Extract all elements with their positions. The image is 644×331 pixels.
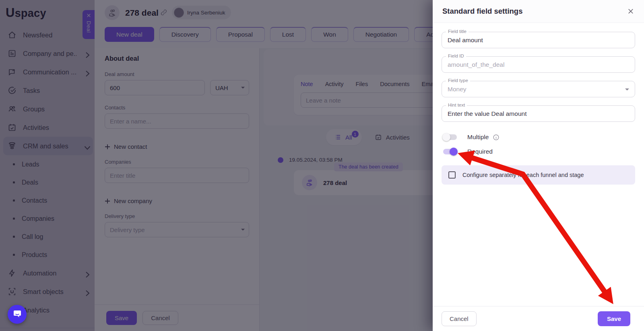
multiple-toggle[interactable] <box>442 132 458 142</box>
hint-text-label: Hint text <box>446 103 467 107</box>
info-icon[interactable] <box>493 134 500 141</box>
panel-body: Field title Deal amount Field ID amount_… <box>433 23 644 306</box>
hint-text-value: Enter the value Deal amount <box>448 110 526 117</box>
panel-header: Standard field settings <box>433 0 644 23</box>
field-title-input[interactable]: Field title Deal amount <box>442 32 635 48</box>
field-title-label: Field title <box>446 29 469 34</box>
hint-text-input[interactable]: Hint text Enter the value Deal amount <box>442 105 635 122</box>
checkbox[interactable] <box>448 171 456 179</box>
panel-save-button[interactable]: Save <box>598 311 630 326</box>
field-id-label: Field ID <box>446 53 466 58</box>
chat-bubble-icon <box>12 309 22 320</box>
field-title-value: Deal amount <box>448 37 483 44</box>
checkbox-label: Configure separately for each funnel and… <box>462 172 584 178</box>
panel-footer: Cancel Save <box>433 306 644 331</box>
field-type-value: Money <box>448 86 466 93</box>
field-id-value: amount_of_the_deal <box>448 61 504 68</box>
required-label: Required <box>467 148 493 155</box>
multiple-label: Multiple <box>467 134 489 141</box>
chat-launcher-button[interactable] <box>8 305 27 324</box>
field-type-label: Field type <box>446 78 470 83</box>
field-id-input: Field ID amount_of_the_deal <box>442 56 635 73</box>
configure-separately-option: Configure separately for each funnel and… <box>442 165 635 185</box>
chevron-down-icon <box>625 88 630 91</box>
required-toggle-row: Required <box>442 144 635 159</box>
required-toggle[interactable] <box>442 147 458 156</box>
multiple-toggle-row: Multiple <box>442 130 635 144</box>
panel-title: Standard field settings <box>442 7 522 16</box>
panel-cancel-button[interactable]: Cancel <box>442 311 477 326</box>
field-type-select: Field type Money <box>442 81 635 97</box>
standard-field-settings-panel: Standard field settings Field title Deal… <box>433 0 644 331</box>
app-root: Uspacy Newsfeed Company and pe... Commun… <box>0 0 644 331</box>
close-icon[interactable] <box>627 8 634 15</box>
